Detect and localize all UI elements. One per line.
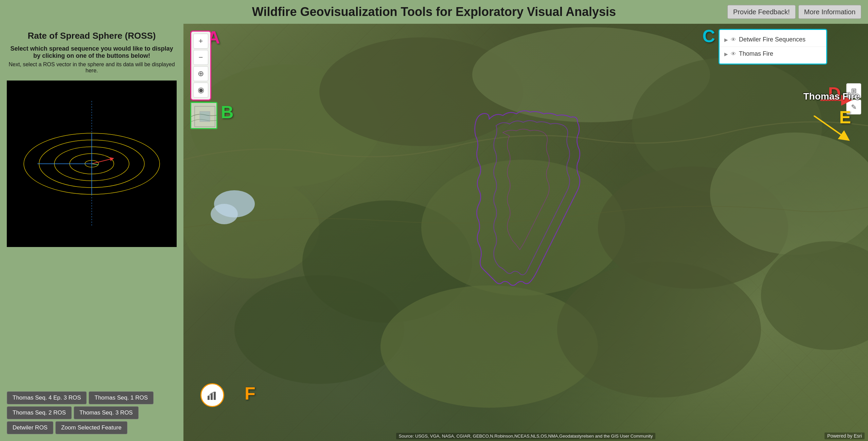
label-f: F <box>245 383 255 404</box>
layer-detwiler[interactable]: ▶ 👁 Detwiler Fire Sequences <box>720 33 826 47</box>
detwiler-expand-icon: ▶ <box>724 37 728 42</box>
layer-panel: ▶ 👁 Detwiler Fire Sequences ▶ 👁 Thomas F… <box>719 29 827 65</box>
detwiler-visibility-icon[interactable]: 👁 <box>731 37 736 43</box>
map-attribution: Source: USGS, VGA, NASA, CGIAR, GEBCO,N.… <box>396 433 656 439</box>
compass-button[interactable]: ◉ <box>193 83 208 98</box>
minimap-content <box>191 103 216 128</box>
thomas-seq3-btn[interactable]: Thomas Seq. 3 ROS <box>74 406 139 419</box>
svg-rect-34 <box>208 396 210 400</box>
ross-instruction: Next, select a ROS vector in the sphere … <box>7 61 177 74</box>
app-title: Wildfire Geovisualization Tools for Expl… <box>252 5 616 19</box>
thomas-visibility-icon[interactable]: 👁 <box>731 51 736 57</box>
map-panel[interactable]: + − ⊕ ◉ A B ▶ 👁 Detwile <box>183 24 868 441</box>
label-b: B <box>221 102 234 122</box>
detwiler-layer-label: Detwiler Fire Sequences <box>739 36 805 43</box>
header-buttons: Provide Feedback! More Information <box>727 5 861 19</box>
label-c: C <box>702 26 715 46</box>
feedback-button[interactable]: Provide Feedback! <box>727 5 796 19</box>
zoom-in-button[interactable]: + <box>193 34 208 49</box>
bottom-buttons-area: Thomas Seq. 4 Ep. 3 ROS Thomas Seq. 1 RO… <box>7 385 177 434</box>
zoom-out-button[interactable]: − <box>193 50 208 65</box>
label-e: E <box>839 107 851 127</box>
thomas-layer-label: Thomas Fire <box>739 50 773 57</box>
minimap[interactable] <box>190 102 217 129</box>
more-info-button[interactable]: More Information <box>798 5 861 19</box>
thomas-seq2-btn[interactable]: Thomas Seq. 2 ROS <box>7 406 72 419</box>
app-header: Wildfire Geovisualization Tools for Expl… <box>0 0 868 24</box>
chart-toggle-button[interactable] <box>200 383 224 407</box>
ross-subtitle: Select which spread sequence you would l… <box>7 45 177 59</box>
map-controls-group: + − ⊕ ◉ <box>190 31 211 101</box>
thomas-seq4-btn[interactable]: Thomas Seq. 4 Ep. 3 ROS <box>7 391 87 404</box>
ross-title: Rate of Spread Sphere (ROSS) <box>28 31 156 41</box>
left-panel: Rate of Spread Sphere (ROSS) Select whic… <box>0 24 183 441</box>
pan-button[interactable]: ⊕ <box>193 66 208 81</box>
ross-sphere-canvas[interactable] <box>7 81 177 247</box>
detwiler-ros-btn[interactable]: Detwiler ROS <box>7 421 53 434</box>
zoom-selected-btn[interactable]: Zoom Selected Feature <box>55 421 127 434</box>
layer-thomas[interactable]: ▶ 👁 Thomas Fire <box>720 47 826 61</box>
svg-rect-36 <box>214 392 216 400</box>
thomas-seq1-btn[interactable]: Thomas Seq. 1 ROS <box>89 391 154 404</box>
svg-rect-29 <box>200 111 210 122</box>
main-layout: Rate of Spread Sphere (ROSS) Select whic… <box>0 24 868 441</box>
thomas-fire-map-label: Thomas Fire <box>803 90 860 103</box>
thomas-expand-icon: ▶ <box>724 51 728 57</box>
terrain-texture <box>183 24 868 441</box>
powered-by-esri: Powered by Esri <box>825 433 865 439</box>
